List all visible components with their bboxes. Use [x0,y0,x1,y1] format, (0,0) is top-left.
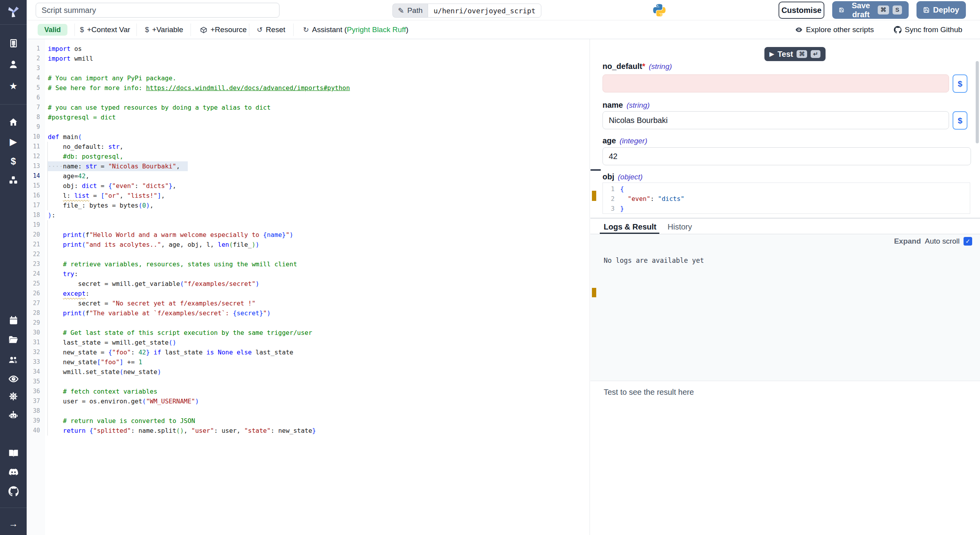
discord-icon[interactable] [0,463,27,481]
code-line[interactable]: new_state["foo"] += 1 [48,357,142,367]
code-line[interactable]: # return value is converted to JSON [48,416,195,426]
package-icon [200,26,207,34]
book-icon[interactable] [0,445,27,462]
kbd-cmd: ⌘ [878,5,889,14]
explore-other-scripts-button[interactable]: Explore other scripts [795,20,874,39]
code-line[interactable]: last_state = wmill.get_state() [48,338,176,347]
user-group-gear-icon[interactable] [0,351,27,369]
customise-button[interactable]: Customise [779,2,824,19]
code-line[interactable]: return {"splitted": name.split(), "user"… [48,426,316,436]
add-context-var-button[interactable]: $ +Context Var [80,20,130,39]
code-line[interactable]: # You can import any PyPi package. [48,73,176,83]
windmill-logo[interactable] [0,3,27,20]
arrow-right-icon[interactable]: → [0,515,27,532]
panel-scrollbar[interactable] [976,61,979,143]
panel-resize-handle[interactable] [590,169,601,171]
script-summary-input[interactable] [36,3,279,18]
autoscroll-checkbox[interactable]: ✓ [964,237,972,246]
code-line[interactable]: try: [48,269,78,279]
path-edit-button[interactable]: ✎ Path [392,4,428,18]
name-input[interactable] [603,111,949,129]
save-draft-button[interactable]: Save draft ⌘ S [832,1,909,19]
user-icon[interactable] [0,56,27,73]
assistant-linters: Pyright Black Ruff [347,25,406,34]
add-context-var-label: +Context Var [87,25,130,34]
code-line[interactable]: print(f"Hello World and a warm welcome e… [48,230,293,240]
dollar-icon[interactable]: $ [0,153,27,170]
code-line[interactable]: # you can use typed resources by doing a… [48,103,270,112]
sync-from-github-button[interactable]: Sync from Github [894,20,962,39]
line-number: 30 [27,328,40,338]
star-icon[interactable]: ★ [0,78,27,95]
line-number: 2 [27,54,40,63]
boxes-icon[interactable] [0,172,27,189]
sync-label: Sync from Github [905,25,962,34]
add-variable-button[interactable]: $ +Variable [145,20,183,39]
tab-logs-result[interactable]: Logs & Result [604,220,656,234]
line-number: 33 [27,357,40,367]
code-line[interactable]: # retrieve variables, resources, states … [48,259,297,269]
no-default-input[interactable] [603,74,949,92]
code-line[interactable]: new_state = {"foo": 42} if last_state is… [48,347,293,357]
line-number: 11 [27,142,40,152]
line-number: 3 [603,204,615,213]
assistant-button[interactable]: ↻ Assistant (Pyright Black Ruff) [303,20,408,39]
obj-json-editor[interactable]: 123 { "even": "dicts"} [603,183,970,214]
code-line[interactable]: ····name: str = "Nicolas Bourbaki", [48,161,180,171]
code-line[interactable]: print(f"The variable at `f/examples/secr… [48,308,270,318]
code-line[interactable]: no_default: str, [48,142,123,152]
expand-button[interactable]: Expand [894,237,921,246]
code-editor[interactable]: 1234567891011121314151617181920212223242… [27,39,590,535]
age-input[interactable] [603,147,971,165]
code-line[interactable]: except: [48,289,89,298]
add-resource-button[interactable]: +Resource [200,20,247,39]
code-line[interactable]: obj: dict = {"even": "dicts"}, [48,181,176,191]
line-number: 40 [27,426,40,436]
code-line[interactable]: #postgresql = dict [48,112,116,122]
eye-icon[interactable] [0,370,27,387]
code-line[interactable]: l: list = ["or", "lists!"], [48,191,165,201]
line-number: 1 [27,44,40,54]
code-line[interactable]: #db: postgresql, [48,152,123,161]
buildings-icon[interactable] [0,34,27,52]
code-line[interactable]: user = os.environ.get("WM_USERNAME") [48,396,199,406]
line-number: 34 [27,367,40,377]
tab-history[interactable]: History [668,220,692,234]
line-number: 14 [27,171,40,181]
robot-icon[interactable] [0,407,27,424]
validity-status-badge: Valid [38,24,67,36]
code-line[interactable]: # fetch context variables [48,387,157,396]
line-number: 24 [27,269,40,279]
play-icon[interactable]: ▶ [0,133,27,150]
sidebar-divider [0,104,27,105]
reset-button[interactable]: ↺ Reset [257,20,285,39]
github-icon[interactable] [0,483,27,500]
reset-label: Reset [266,25,285,34]
json-editor-line[interactable]: "even": "dicts" [620,194,684,204]
code-line[interactable]: print("and its acolytes..", age, obj, l,… [48,240,260,249]
name-var-picker-button[interactable]: $ [953,111,967,130]
no-default-var-picker-button[interactable]: $ [953,74,967,93]
code-line[interactable]: import os [48,44,82,54]
code-line[interactable]: file_: bytes = bytes(0), [48,201,154,210]
reset-icon: ↺ [257,25,263,34]
deploy-button[interactable]: Deploy [916,1,966,19]
calendar-icon[interactable] [0,311,27,329]
code-line[interactable]: ): [48,210,55,220]
code-line[interactable]: age=42, [48,171,89,181]
home-icon[interactable] [0,114,27,131]
code-line[interactable]: # Get last state of this script executio… [48,328,312,338]
folder-icon[interactable] [0,331,27,348]
code-line[interactable]: import wmill [48,54,93,63]
code-line[interactable]: secret = wmill.get_variable("f/examples/… [48,279,259,289]
json-editor-line[interactable]: { [620,184,624,194]
test-button[interactable]: ▶ Test ⌘ ↵ [764,47,826,61]
line-number: 39 [27,416,40,426]
code-line[interactable]: secret = "No secret yet at f/examples/se… [48,298,256,308]
code-line[interactable]: # See here for more info: https://docs.w… [48,83,350,93]
json-editor-line[interactable]: } [620,204,624,213]
code-line[interactable]: wmill.set_state(new_state) [48,367,161,377]
gear-icon[interactable] [0,388,27,405]
code-line[interactable]: def main( [48,132,82,142]
line-number: 36 [27,387,40,396]
